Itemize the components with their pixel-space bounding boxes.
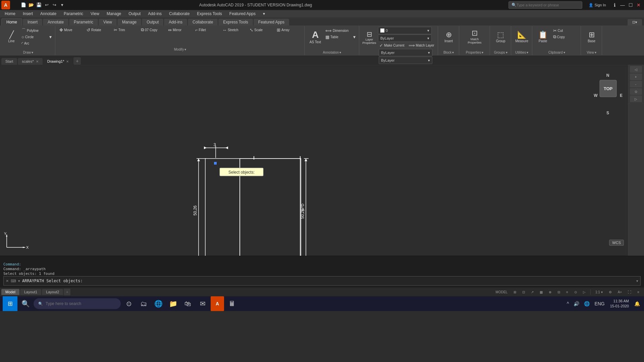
annotation-group-arrow[interactable]: ▾ <box>339 51 341 54</box>
menu-view[interactable]: View <box>87 11 103 17</box>
ribbon-tab-insert[interactable]: Insert <box>23 19 42 25</box>
ribbon-tab-parametric[interactable]: Parametric <box>69 19 98 25</box>
modify-rotate-button[interactable]: ↺Rotate <box>85 27 112 33</box>
ribbon-tab-manage[interactable]: Manage <box>117 19 141 25</box>
status-model[interactable]: MODEL <box>493 289 511 295</box>
layout-tab-layout2[interactable]: Layout2 <box>42 289 63 295</box>
modify-stretch-button[interactable]: ↔Stretch <box>221 27 248 33</box>
ribbon-view-options[interactable]: ⊡▾ <box>628 19 642 25</box>
titlebar-search-input[interactable] <box>517 3 577 7</box>
status-customize[interactable]: ≡ <box>635 289 642 295</box>
status-polar[interactable]: ▦ <box>537 289 545 295</box>
status-osnap[interactable]: ⊕ <box>546 289 554 295</box>
status-fullscreen[interactable]: ⛶ <box>625 289 634 295</box>
rpanel-btn-5[interactable]: ▷ <box>630 96 642 102</box>
menu-insert[interactable]: Insert <box>19 11 36 17</box>
draw-circle-button[interactable]: ○ Circle <box>20 34 47 40</box>
modify-array-button[interactable]: ⊞Array <box>275 27 302 33</box>
drawtab-start[interactable]: Start <box>1 58 17 65</box>
status-annotation-scale[interactable]: 1:1 ▾ <box>593 289 605 295</box>
insert-block-button[interactable]: ⊕ Insert <box>441 27 457 46</box>
cmdline-history-button[interactable]: ▾ <box>18 279 20 283</box>
draw-polyline-button[interactable]: ⌒ Polyline <box>20 27 47 34</box>
add-layout-button[interactable]: + <box>64 289 70 295</box>
new-drawing-tab-button[interactable]: + <box>73 57 81 65</box>
layer-dropdown-arrow[interactable]: ▾ <box>427 28 429 33</box>
view-group-arrow[interactable]: ▾ <box>595 51 596 54</box>
color-dropdown-arrow[interactable]: ▾ <box>427 36 429 41</box>
menu-parametric[interactable]: Parametric <box>60 11 87 17</box>
tray-network[interactable]: 🌐 <box>583 301 591 306</box>
taskbar-store[interactable]: 🛍 <box>181 296 195 311</box>
modify-scale-button[interactable]: ⤡Scale <box>248 27 275 33</box>
status-snap[interactable]: ⊡ <box>520 289 528 295</box>
taskbar-cortana[interactable]: ⊙ <box>122 296 136 311</box>
modify-copy-button[interactable]: ⧉ 07 Copy <box>140 27 166 33</box>
minimize-button[interactable]: — <box>620 2 625 8</box>
menu-collaborate[interactable]: Collaborate <box>166 11 193 17</box>
status-ortho[interactable]: ↗ <box>528 289 536 295</box>
system-clock[interactable]: 11:36 AM 15-01-2020 <box>608 299 631 309</box>
rpanel-btn-1[interactable]: ◁ <box>630 66 642 73</box>
lineweight-dropdown-arrow[interactable]: ▾ <box>428 58 430 63</box>
utilities-group-arrow[interactable]: ▾ <box>527 51 528 54</box>
ribbon-tab-featured[interactable]: Featured Apps <box>254 19 289 25</box>
annotation-dimension-button[interactable]: ⟺ Dimension <box>324 27 351 34</box>
block-group-arrow[interactable]: ▾ <box>452 51 454 54</box>
status-selection[interactable]: ▷ <box>580 289 588 295</box>
qat-undo[interactable]: ↩ <box>43 1 50 8</box>
cmdline-close-button[interactable]: ✕ <box>6 279 9 283</box>
ribbon-tab-collaborate[interactable]: Collaborate <box>188 19 218 25</box>
rpanel-btn-2[interactable]: + <box>630 73 642 80</box>
taskbar-edge[interactable]: 🌐 <box>152 296 165 311</box>
status-otrack[interactable]: ⊟ <box>555 289 563 295</box>
menu-home[interactable]: Home <box>1 11 19 17</box>
group-button[interactable]: ⬚ Group <box>493 27 509 46</box>
qat-save[interactable]: 💾 <box>36 1 42 8</box>
taskbar-calculator[interactable]: 🖩 <box>225 296 239 311</box>
qat-redo[interactable]: ↪ <box>51 1 58 8</box>
layer-name-dropdown[interactable]: 0 ▾ <box>378 27 432 34</box>
annotation-more-button[interactable]: ▾ <box>352 27 357 46</box>
ribbon-tab-view[interactable]: View <box>99 19 117 25</box>
tray-volume[interactable]: 🔊 <box>572 301 581 306</box>
taskbar-file-explorer[interactable]: 📁 <box>166 296 180 311</box>
annotation-table-button[interactable]: ▦ Table <box>324 34 351 40</box>
modify-trim-button[interactable]: ✂Trim <box>112 27 139 33</box>
menu-output[interactable]: Output <box>125 11 144 17</box>
drawtab-scales[interactable]: scales* ✕ <box>18 58 42 65</box>
ribbon-tab-home[interactable]: Home <box>1 18 22 25</box>
taskbar-mail[interactable]: ✉ <box>196 296 209 311</box>
ribbon-tab-addins[interactable]: Add-ins <box>164 19 187 25</box>
properties-group-arrow[interactable]: ▾ <box>482 51 483 54</box>
copy-clip-button[interactable]: ⧉Copy <box>552 34 579 40</box>
match-properties-button[interactable]: ⊡ MatchProperties <box>466 27 483 46</box>
menu-express[interactable]: Express Tools <box>194 11 225 17</box>
measure-button[interactable]: 📐 Measure <box>514 27 530 46</box>
status-lineweight[interactable]: ≡ <box>564 289 571 295</box>
linetype-dropdown-arrow[interactable]: ▾ <box>428 51 430 55</box>
cmdline-expand-button[interactable]: ▾ <box>636 279 638 283</box>
titlebar-search-box[interactable]: 🔍 <box>508 1 582 9</box>
drawing-canvas[interactable]: 3 50,26 pi*D 50,26 18 Select objects: <box>0 65 644 256</box>
ribbon-tab-output[interactable]: Output <box>142 19 163 25</box>
menu-more[interactable]: ▾ <box>260 11 268 17</box>
status-transparency[interactable]: ⊙ <box>572 289 580 295</box>
menu-addins[interactable]: Add-ins <box>145 11 165 17</box>
color-dropdown[interactable]: ByLayer ▾ <box>378 35 432 42</box>
menu-featured[interactable]: Featured Apps <box>226 11 259 17</box>
make-current-button[interactable]: ✓ Make Current <box>378 42 406 48</box>
taskbar-autocad[interactable]: A <box>211 296 224 311</box>
rpanel-btn-4[interactable]: ⊙ <box>630 88 642 95</box>
base-button[interactable]: ⊞ Base <box>584 27 600 46</box>
status-annotate[interactable]: A+ <box>615 289 625 295</box>
layout-tab-model[interactable]: Model <box>1 289 19 295</box>
draw-more-button[interactable]: ▾ <box>48 27 53 46</box>
layout-tab-layout1[interactable]: Layout1 <box>20 289 41 295</box>
tray-lang[interactable]: ENG <box>593 301 606 306</box>
draw-arc-button[interactable]: ◜ Arc <box>20 40 47 46</box>
close-button[interactable]: ✕ <box>636 2 641 8</box>
menu-annotate[interactable]: Annotate <box>37 11 60 17</box>
info-button[interactable]: ℹ <box>612 2 617 8</box>
cmdline-keyboard-button[interactable]: ⌨ <box>11 279 16 283</box>
